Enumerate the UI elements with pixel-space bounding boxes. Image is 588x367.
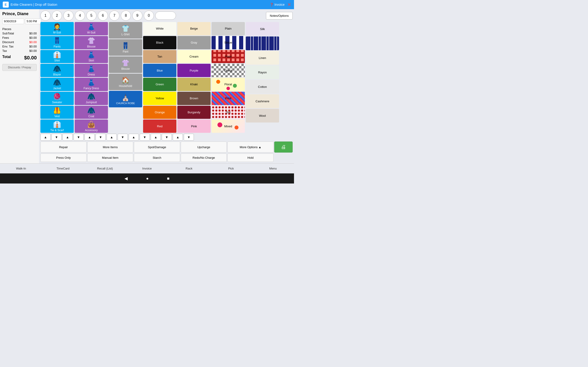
arrow-down-7[interactable]: ▼ <box>184 134 194 141</box>
garment-skirt[interactable]: 👗 Skirt <box>75 50 108 63</box>
num-2[interactable]: 2 <box>52 10 62 21</box>
arrow-down-3[interactable]: ▼ <box>95 134 106 141</box>
spot-damage-button[interactable]: Spot/Damage <box>134 142 180 152</box>
arrow-down-2[interactable]: ▼ <box>73 134 84 141</box>
arrow-down-1[interactable]: ▼ <box>52 134 61 141</box>
color-gray[interactable]: Gray <box>177 36 211 49</box>
fabric-cotton[interactable]: Cotton <box>246 80 279 94</box>
arrow-up-7[interactable]: ▲ <box>173 134 183 141</box>
garment-fancy-dress[interactable]: 👗 Fancy Dress <box>75 78 108 91</box>
num-4[interactable]: 4 <box>75 10 85 21</box>
color-khaki[interactable]: Khaki <box>177 78 211 91</box>
fabric-plaid[interactable]: Plaid <box>212 50 245 63</box>
starch-button[interactable]: Starch <box>134 153 180 162</box>
num-3[interactable]: 3 <box>63 10 73 21</box>
arrow-up-4[interactable]: ▲ <box>107 134 117 141</box>
print-button[interactable]: 🖨 <box>274 142 293 152</box>
num-1[interactable]: 1 <box>40 10 51 21</box>
garment-pant[interactable]: 👖 Pant <box>109 39 142 56</box>
garment-l-shirt[interactable]: 👕 L-Shirt <box>109 22 142 39</box>
fabric-linen[interactable]: Linen <box>246 51 279 65</box>
arrow-up-5[interactable]: ▲ <box>129 134 139 141</box>
num-0[interactable]: 0 <box>144 10 154 21</box>
garment-jacket[interactable]: 🧥 Jacket <box>40 78 74 91</box>
arrow-down-5[interactable]: ▼ <box>140 134 150 141</box>
arrow-down-6[interactable]: ▼ <box>162 134 172 141</box>
num-7[interactable]: 7 <box>109 10 120 21</box>
color-purple[interactable]: Purple <box>177 64 211 77</box>
manual-item-button[interactable]: Manual Item <box>87 153 133 162</box>
upcharge-button[interactable]: Upcharge <box>181 142 227 152</box>
color-pink[interactable]: Pink <box>177 119 211 133</box>
fabric-plain[interactable]: Plain <box>212 22 245 35</box>
color-beige[interactable]: Beige <box>177 22 211 35</box>
garment-pants[interactable]: 👖 Pants <box>40 36 74 49</box>
android-recent[interactable]: ■ <box>167 176 170 181</box>
garment-shirt[interactable]: 👔 Shirt <box>40 50 74 63</box>
repair-button[interactable]: Repair <box>40 142 86 152</box>
invoice-button[interactable]: ❓ Invoice <box>270 3 285 6</box>
arrow-up-1[interactable]: ▲ <box>40 134 51 141</box>
color-cream[interactable]: Cream <box>177 50 211 63</box>
fabric-check[interactable]: Check <box>212 64 245 77</box>
fabric-floral[interactable]: Floral <box>212 78 245 91</box>
garment-accessory[interactable]: 👜 Accessory <box>75 119 108 133</box>
num-8[interactable]: 8 <box>121 10 131 21</box>
hold-button[interactable]: Hold <box>227 153 274 162</box>
color-burgandy[interactable]: Burgandy <box>177 106 211 119</box>
color-green[interactable]: Green <box>143 78 176 91</box>
close-button[interactable]: ✕ <box>287 2 291 7</box>
nav-recall-list[interactable]: Recall (List) <box>84 165 126 172</box>
fabric-stripe[interactable]: Stripe <box>212 36 245 49</box>
nav-timecard[interactable]: TimeCard <box>42 165 84 172</box>
notes-options-button[interactable]: Notes/Options <box>266 12 293 19</box>
nav-pick[interactable]: Pick <box>210 165 252 172</box>
garment-sweater[interactable]: 🧶 Sweater <box>40 92 74 105</box>
num-5[interactable]: 5 <box>86 10 96 21</box>
nav-rack[interactable]: Rack <box>168 165 210 172</box>
nav-menu[interactable]: Menu <box>252 165 294 172</box>
more-items-button[interactable]: More Items <box>87 142 133 152</box>
garment-tie-scarf[interactable]: 👔 Tie & Scarf <box>40 119 74 133</box>
fabric-print[interactable]: Print <box>212 92 245 105</box>
garment-w-suit[interactable]: 👗 W-Suit <box>75 22 108 35</box>
garment-blouse-g[interactable]: 👚 Blouse <box>109 56 142 73</box>
garment-blazer[interactable]: 🧥 Blazer <box>40 64 74 77</box>
fabric-cashmere[interactable]: Cashmere <box>246 94 279 108</box>
garment-jumpsuit[interactable]: 🧥 Jumpsuit <box>75 92 108 105</box>
arrow-up-6[interactable]: ▲ <box>151 134 161 141</box>
color-yellow[interactable]: Yellow <box>143 92 176 105</box>
press-only-button[interactable]: Press Only <box>40 153 86 162</box>
num-6[interactable]: 6 <box>98 10 108 21</box>
date-field[interactable] <box>2 19 24 24</box>
fabric-dot[interactable]: Dot <box>212 106 245 119</box>
color-blue[interactable]: Blue <box>143 64 176 77</box>
garment-dress[interactable]: 👗 Dress <box>75 64 108 77</box>
garment-household[interactable]: 🏠 Household <box>109 74 142 90</box>
garment-m-suit[interactable]: 🤵 M-Suit <box>40 22 74 35</box>
android-back[interactable]: ◀ <box>124 176 128 181</box>
color-black[interactable]: Black <box>143 36 176 49</box>
fabric-wool[interactable]: Wool <box>246 109 279 123</box>
android-home[interactable]: ● <box>146 176 149 181</box>
fabric-rayon[interactable]: Rayon <box>246 65 279 79</box>
color-white[interactable]: White <box>143 22 176 35</box>
arrow-up-2[interactable]: ▲ <box>62 134 73 141</box>
redo-button[interactable]: Redo/No Charge <box>181 153 227 162</box>
nav-walk-in[interactable]: Walk-In <box>0 165 42 172</box>
num-9[interactable]: 9 <box>132 10 142 21</box>
color-orange[interactable]: Orange <box>143 106 176 119</box>
nav-invoice[interactable]: Invoice <box>126 165 168 172</box>
fabric-mixed[interactable]: Mixed <box>212 119 245 133</box>
discounts-prepay-button[interactable]: Discounts / Prepay <box>2 64 37 71</box>
garment-coat[interactable]: 🧥 Coat <box>75 106 108 119</box>
color-red[interactable]: Red <box>143 119 176 133</box>
time-field[interactable] <box>25 19 41 24</box>
arrow-up-3[interactable]: ▲ <box>85 134 95 141</box>
garment-blouse-p[interactable]: 👚 Blouse <box>75 36 108 49</box>
fabric-stripe2[interactable] <box>246 36 279 50</box>
garment-church-robe[interactable]: ⛪ CHURCH ROBE <box>109 91 142 107</box>
color-brown[interactable]: Brown <box>177 92 211 105</box>
fabric-silk[interactable]: Silk <box>246 22 279 36</box>
more-options-button[interactable]: More Options ▲ <box>227 142 274 152</box>
